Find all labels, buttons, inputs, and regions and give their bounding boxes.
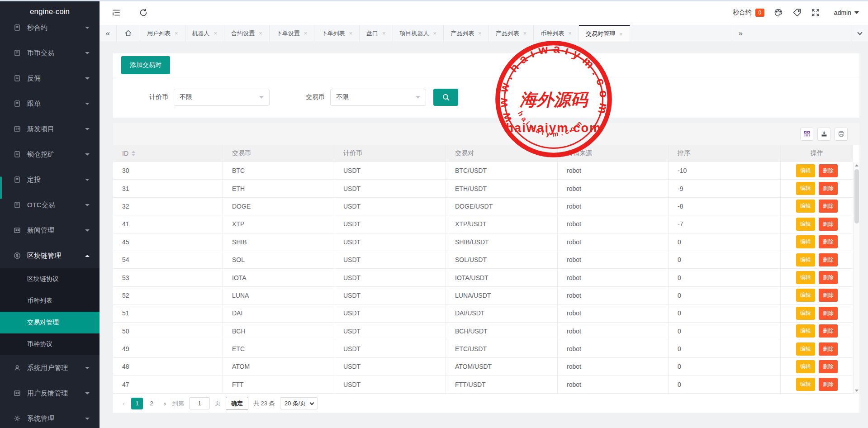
home-tab[interactable] xyxy=(117,25,140,42)
next-page-button[interactable]: › xyxy=(162,399,167,407)
close-tab-icon[interactable]: × xyxy=(304,30,308,37)
delete-button[interactable]: 删除 xyxy=(819,200,838,213)
tab[interactable]: 产品列表 × xyxy=(444,25,489,42)
tab[interactable]: 用户列表 × xyxy=(140,25,185,42)
sidebar-item-user-feedback[interactable]: 用户反馈管理 xyxy=(0,380,100,406)
sidebar-item-new-projects[interactable]: 新发项目 xyxy=(0,116,100,142)
page-number-button[interactable]: 1 xyxy=(131,398,143,409)
edit-button[interactable]: 编辑 xyxy=(796,324,815,338)
goto-page-input[interactable] xyxy=(189,397,210,409)
sidebar-item-blockchain-protocol[interactable]: 区块链协议 xyxy=(0,268,100,290)
close-tab-icon[interactable]: × xyxy=(433,30,437,37)
sort-icon[interactable] xyxy=(132,151,135,156)
theme-palette-icon[interactable] xyxy=(774,8,783,17)
edit-button[interactable]: 编辑 xyxy=(796,235,815,248)
delete-button[interactable]: 删除 xyxy=(819,271,838,284)
page-number-button[interactable]: 2 xyxy=(146,398,157,409)
per-page-select[interactable]: 20 条/页 xyxy=(280,397,318,409)
column-header-id[interactable]: ID xyxy=(113,145,223,162)
sidebar-item-coin-protocol[interactable]: 币种协议 xyxy=(0,333,100,355)
delete-button[interactable]: 删除 xyxy=(819,342,838,356)
edit-button[interactable]: 编辑 xyxy=(796,218,815,231)
user-menu[interactable]: admin xyxy=(834,9,859,16)
sidebar-item-spot-trade[interactable]: 币币交易 xyxy=(0,40,100,66)
close-tab-icon[interactable]: × xyxy=(382,30,386,37)
tab[interactable]: 产品列表 × xyxy=(489,25,534,42)
sidebar-item-otc[interactable]: OTC交易 xyxy=(0,192,100,218)
tab[interactable]: 交易对管理 × xyxy=(579,25,630,42)
edit-button[interactable]: 编辑 xyxy=(796,271,815,284)
tabs-menu-button[interactable] xyxy=(851,25,868,42)
sidebar-item-system-settings[interactable]: 系统管理 xyxy=(0,406,100,428)
cell-actions: 编辑 删除 xyxy=(781,376,853,393)
close-tab-icon[interactable]: × xyxy=(523,30,527,37)
close-tab-icon[interactable]: × xyxy=(175,30,178,37)
edit-button[interactable]: 编辑 xyxy=(796,182,815,195)
tab[interactable]: 下单列表 × xyxy=(314,25,360,42)
sidebar-item-blockchain[interactable]: 区块链管理 xyxy=(0,243,100,268)
scrollbar-thumb[interactable] xyxy=(854,169,859,224)
edit-button[interactable]: 编辑 xyxy=(796,360,815,373)
export-button[interactable] xyxy=(817,128,830,141)
notification-badge[interactable]: 0 xyxy=(755,9,764,17)
tab[interactable]: 盘口 × xyxy=(360,25,393,42)
tab[interactable]: 下单设置 × xyxy=(270,25,315,42)
sidebar-item-seconds-contract[interactable]: 秒合约 xyxy=(0,15,100,40)
refresh-icon[interactable] xyxy=(139,8,148,17)
table-vertical-scrollbar[interactable] xyxy=(853,162,859,394)
scroll-tabs-right-button[interactable]: » xyxy=(732,25,749,42)
edit-button[interactable]: 编辑 xyxy=(796,253,815,266)
confirm-page-button[interactable]: 确定 xyxy=(226,397,248,410)
delete-button[interactable]: 删除 xyxy=(819,235,838,248)
fullscreen-icon[interactable] xyxy=(811,8,820,17)
delete-button[interactable]: 删除 xyxy=(819,289,838,302)
edit-button[interactable]: 编辑 xyxy=(796,342,815,356)
delete-button[interactable]: 删除 xyxy=(819,378,838,391)
print-button[interactable] xyxy=(835,128,848,141)
column-settings-button[interactable] xyxy=(800,128,813,141)
quote-coin-select[interactable]: 不限 xyxy=(174,89,270,106)
edit-button[interactable]: 编辑 xyxy=(796,200,815,213)
sidebar-item-lockup-mining[interactable]: 锁仓挖矿 xyxy=(0,142,100,167)
sidebar-item-rebate[interactable]: 反佣 xyxy=(0,66,100,91)
base-coin-select[interactable]: 不限 xyxy=(330,89,426,106)
delete-button[interactable]: 删除 xyxy=(819,307,838,320)
close-tab-icon[interactable]: × xyxy=(568,30,572,37)
sidebar-item-trading-pairs[interactable]: 交易对管理 xyxy=(0,312,100,333)
prev-page-button[interactable]: ‹ xyxy=(121,399,126,407)
scroll-up-arrow[interactable] xyxy=(854,162,860,168)
delete-button[interactable]: 删除 xyxy=(819,324,838,338)
close-tab-icon[interactable]: × xyxy=(619,31,623,38)
edit-button[interactable]: 编辑 xyxy=(796,289,815,302)
delete-button[interactable]: 删除 xyxy=(819,182,838,195)
search-button[interactable] xyxy=(433,89,458,106)
cell-actions: 编辑 删除 xyxy=(781,180,853,197)
sidebar-scrollbar-thumb[interactable] xyxy=(0,176,2,199)
edit-button[interactable]: 编辑 xyxy=(796,307,815,320)
scroll-down-arrow[interactable] xyxy=(854,387,860,394)
delete-button[interactable]: 删除 xyxy=(819,253,838,266)
tag-icon[interactable] xyxy=(792,8,802,17)
sidebar-item-auto-invest[interactable]: 定投 xyxy=(0,167,100,192)
close-tab-icon[interactable]: × xyxy=(349,30,352,37)
delete-button[interactable]: 删除 xyxy=(819,164,838,177)
close-tab-icon[interactable]: × xyxy=(259,30,262,37)
seconds-contract-label[interactable]: 秒合约 xyxy=(733,9,752,17)
scroll-tabs-left-button[interactable]: « xyxy=(100,25,117,42)
collapse-sidebar-icon[interactable] xyxy=(112,8,121,17)
add-trading-pair-button[interactable]: 添加交易对 xyxy=(121,56,170,74)
tab[interactable]: 币种列表 × xyxy=(534,25,579,42)
tab[interactable]: 机器人 × xyxy=(185,25,225,42)
tab[interactable]: 项目机器人 × xyxy=(393,25,444,42)
sidebar-item-news-management[interactable]: 新闻管理 xyxy=(0,218,100,243)
delete-button[interactable]: 删除 xyxy=(819,218,838,231)
close-tab-icon[interactable]: × xyxy=(214,30,218,37)
sidebar-item-system-users[interactable]: 系统用户管理 xyxy=(0,355,100,380)
sidebar-item-coin-list[interactable]: 币种列表 xyxy=(0,290,100,312)
sidebar-item-copy-trade[interactable]: 跟单 xyxy=(0,91,100,116)
delete-button[interactable]: 删除 xyxy=(819,360,838,373)
tab[interactable]: 合约设置 × xyxy=(224,25,270,42)
close-tab-icon[interactable]: × xyxy=(478,30,482,37)
edit-button[interactable]: 编辑 xyxy=(796,164,815,177)
edit-button[interactable]: 编辑 xyxy=(796,378,815,391)
